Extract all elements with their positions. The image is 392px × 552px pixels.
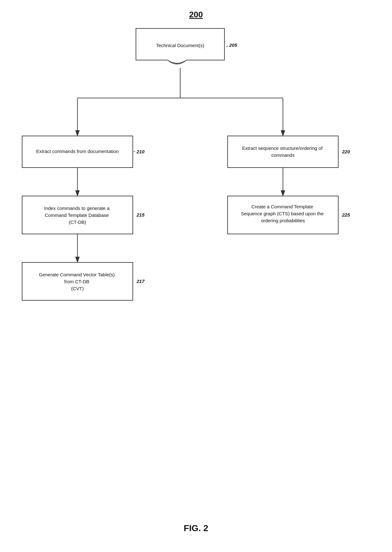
ref-225: 225 (342, 212, 350, 218)
box-220 (228, 136, 338, 168)
fig-caption: FIG. 2 (184, 523, 208, 533)
ref-217: 217 (136, 279, 145, 284)
ref-205: 205 (229, 42, 237, 48)
ref-210: 210 (136, 149, 145, 154)
ref-220: 220 (342, 149, 350, 154)
top-box-label: Technical Document(s) (156, 43, 205, 48)
figure-number: 200 (189, 10, 203, 19)
box-210-label: Extract commands from documentation (36, 149, 119, 154)
ref-215: 215 (136, 212, 145, 218)
page: 200 Technical Document(s) 205 Extract co… (0, 0, 392, 552)
top-box-curl-line (136, 60, 224, 64)
diagram-svg: 200 Technical Document(s) 205 Extract co… (0, 0, 392, 552)
